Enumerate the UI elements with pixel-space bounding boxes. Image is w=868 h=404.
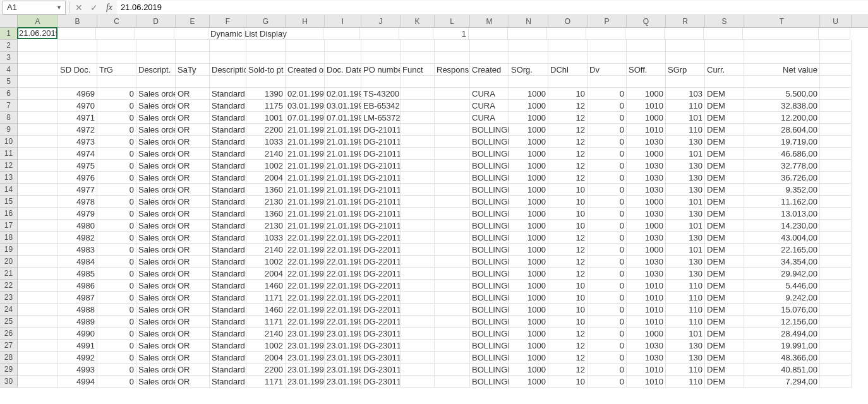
cell[interactable]: OR bbox=[176, 232, 210, 244]
cell[interactable]: 22.01.1997 bbox=[325, 292, 361, 304]
fx-icon[interactable]: fx bbox=[102, 1, 117, 15]
chevron-down-icon[interactable]: ▼ bbox=[56, 4, 63, 11]
cell[interactable]: 13.013,00 bbox=[744, 208, 820, 220]
cell[interactable]: 4970 bbox=[58, 100, 97, 112]
cell[interactable] bbox=[705, 52, 744, 64]
cell[interactable] bbox=[18, 328, 58, 340]
cell[interactable]: 1030 bbox=[627, 208, 666, 220]
cell[interactable]: BOLLINGE bbox=[470, 376, 509, 388]
column-label[interactable]: TrG bbox=[97, 64, 136, 76]
cell[interactable]: 1171 bbox=[246, 316, 286, 328]
cell[interactable]: Sales order bbox=[136, 340, 176, 352]
cell[interactable]: 21.01.1997 bbox=[286, 148, 325, 160]
cell[interactable] bbox=[174, 28, 208, 40]
cell[interactable]: Sales order bbox=[136, 184, 176, 196]
cell[interactable]: 21.01.1997 bbox=[286, 172, 325, 184]
cell[interactable]: 22.01.1997 bbox=[286, 256, 325, 268]
cell[interactable] bbox=[96, 28, 135, 40]
cell[interactable]: 02.01.1997 bbox=[325, 88, 361, 100]
cell[interactable]: 1 bbox=[433, 28, 469, 40]
row-header-21[interactable]: 21 bbox=[0, 268, 18, 280]
cell[interactable]: 23.01.1997 bbox=[286, 352, 325, 364]
cell[interactable] bbox=[246, 76, 286, 88]
cell[interactable]: 1000 bbox=[509, 328, 548, 340]
cell[interactable]: 1000 bbox=[627, 328, 666, 340]
cell[interactable]: 1360 bbox=[246, 208, 286, 220]
column-label[interactable]: Respons. bbox=[435, 64, 470, 76]
cell[interactable] bbox=[97, 52, 136, 64]
cell[interactable] bbox=[401, 364, 435, 376]
cell[interactable]: OR bbox=[176, 292, 210, 304]
cell[interactable]: Sales order bbox=[136, 268, 176, 280]
column-label[interactable]: Net value bbox=[744, 64, 820, 76]
row-header-10[interactable]: 10 bbox=[0, 136, 18, 148]
cell[interactable]: Standard O bbox=[210, 244, 246, 256]
cell[interactable]: 0 bbox=[588, 160, 627, 172]
cell[interactable]: DEM bbox=[705, 172, 744, 184]
cell[interactable]: 1030 bbox=[627, 352, 666, 364]
cell[interactable]: 110 bbox=[666, 100, 705, 112]
cell[interactable] bbox=[435, 268, 470, 280]
cell[interactable]: 12.156,00 bbox=[744, 316, 820, 328]
cell[interactable] bbox=[18, 364, 58, 376]
cell[interactable]: 1460 bbox=[246, 280, 286, 292]
column-header-M[interactable]: M bbox=[470, 15, 509, 27]
cell[interactable] bbox=[820, 100, 852, 112]
cell[interactable]: DG-21011997-8 bbox=[361, 208, 401, 220]
cell[interactable]: Standard O bbox=[210, 364, 246, 376]
column-header-T[interactable]: T bbox=[744, 15, 820, 27]
row-header-25[interactable]: 25 bbox=[0, 316, 18, 328]
cell[interactable] bbox=[136, 76, 176, 88]
cell[interactable] bbox=[435, 340, 470, 352]
cell[interactable] bbox=[399, 28, 433, 40]
cell[interactable] bbox=[705, 40, 744, 52]
cell[interactable]: OR bbox=[176, 364, 210, 376]
cell[interactable] bbox=[401, 280, 435, 292]
cell[interactable]: BOLLINGE bbox=[470, 160, 509, 172]
cell[interactable] bbox=[586, 28, 625, 40]
cell[interactable]: 46.686,00 bbox=[744, 148, 820, 160]
cell[interactable]: 4978 bbox=[58, 196, 97, 208]
cell[interactable]: 0 bbox=[97, 208, 136, 220]
cell[interactable]: 130 bbox=[666, 172, 705, 184]
cell[interactable] bbox=[820, 148, 852, 160]
cell[interactable] bbox=[820, 172, 852, 184]
cell[interactable]: OR bbox=[176, 148, 210, 160]
cell[interactable]: 12 bbox=[548, 364, 588, 376]
row-header-23[interactable]: 23 bbox=[0, 292, 18, 304]
cell[interactable]: 19.719,00 bbox=[744, 136, 820, 148]
cell[interactable] bbox=[705, 76, 744, 88]
cell[interactable]: 4980 bbox=[58, 220, 97, 232]
cell[interactable]: Sales order bbox=[136, 112, 176, 124]
cell[interactable] bbox=[176, 76, 210, 88]
cell[interactable]: 1000 bbox=[627, 148, 666, 160]
column-header-N[interactable]: N bbox=[509, 15, 548, 27]
cell[interactable] bbox=[18, 340, 58, 352]
cell[interactable]: DEM bbox=[705, 244, 744, 256]
column-label[interactable]: Description bbox=[210, 64, 246, 76]
cell[interactable]: 22.01.1997 bbox=[286, 280, 325, 292]
cell[interactable]: 23.01.1997 bbox=[325, 340, 361, 352]
cell[interactable]: Sales order bbox=[136, 88, 176, 100]
cell[interactable]: DG-21011997-7 bbox=[361, 196, 401, 208]
column-label[interactable]: DChl bbox=[548, 64, 588, 76]
cell[interactable]: 43.004,00 bbox=[744, 232, 820, 244]
cell[interactable]: DEM bbox=[705, 304, 744, 316]
cell[interactable]: BOLLINGE bbox=[470, 232, 509, 244]
column-label[interactable] bbox=[820, 64, 852, 76]
row-header-7[interactable]: 7 bbox=[0, 100, 18, 112]
cell[interactable] bbox=[820, 244, 852, 256]
cell[interactable] bbox=[18, 100, 58, 112]
cell[interactable]: 21.01.1997 bbox=[286, 220, 325, 232]
cell[interactable]: 1000 bbox=[509, 196, 548, 208]
cell[interactable]: Standard O bbox=[210, 124, 246, 136]
cell[interactable]: DEM bbox=[705, 352, 744, 364]
column-header-P[interactable]: P bbox=[588, 15, 627, 27]
cell[interactable]: OR bbox=[176, 316, 210, 328]
cell[interactable]: 12 bbox=[548, 268, 588, 280]
cell[interactable]: 4987 bbox=[58, 292, 97, 304]
column-header-U[interactable]: U bbox=[820, 15, 852, 27]
cell[interactable]: 4993 bbox=[58, 364, 97, 376]
cell[interactable] bbox=[176, 40, 210, 52]
cell[interactable]: BOLLINGE bbox=[470, 304, 509, 316]
